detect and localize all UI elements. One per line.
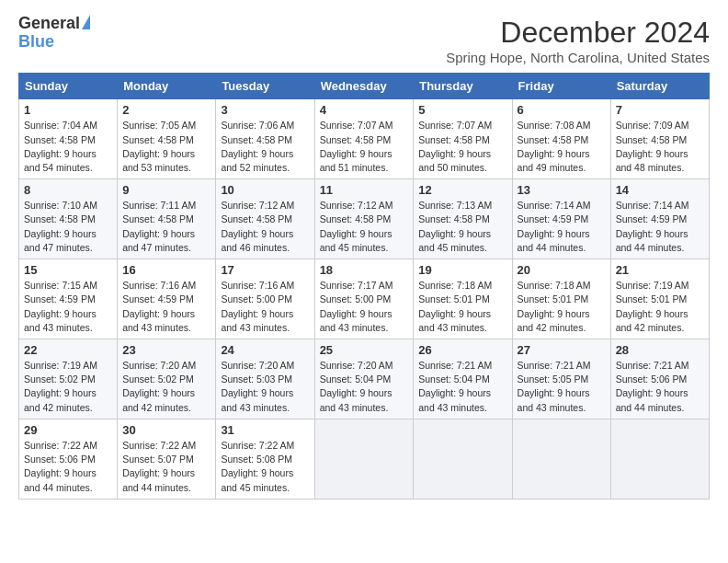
day-number: 1 — [24, 103, 112, 117]
day-info: Sunrise: 7:19 AMSunset: 5:02 PMDaylight:… — [24, 359, 112, 415]
day-number: 12 — [418, 183, 506, 197]
day-info: Sunrise: 7:20 AMSunset: 5:02 PMDaylight:… — [122, 359, 210, 415]
weekday-header-saturday: Saturday — [610, 74, 709, 99]
day-info: Sunrise: 7:16 AMSunset: 5:00 PMDaylight:… — [221, 279, 309, 335]
day-info: Sunrise: 7:20 AMSunset: 5:04 PMDaylight:… — [320, 359, 409, 415]
day-number: 8 — [24, 183, 112, 197]
day-number: 7 — [616, 103, 704, 117]
day-number: 16 — [122, 263, 210, 277]
weekday-header-friday: Friday — [512, 74, 610, 99]
day-cell-1: 1Sunrise: 7:04 AMSunset: 4:58 PMDaylight… — [19, 99, 118, 179]
day-info: Sunrise: 7:18 AMSunset: 5:01 PMDaylight:… — [418, 279, 506, 335]
weekday-header-thursday: Thursday — [414, 74, 512, 99]
empty-day-cell — [414, 419, 512, 499]
day-info: Sunrise: 7:21 AMSunset: 5:04 PMDaylight:… — [418, 359, 506, 415]
day-info: Sunrise: 7:17 AMSunset: 5:00 PMDaylight:… — [320, 279, 409, 335]
calendar-week-row: 15Sunrise: 7:15 AMSunset: 4:59 PMDayligh… — [19, 259, 710, 339]
day-info: Sunrise: 7:07 AMSunset: 4:58 PMDaylight:… — [418, 119, 506, 175]
day-cell-22: 22Sunrise: 7:19 AMSunset: 5:02 PMDayligh… — [19, 339, 118, 419]
day-info: Sunrise: 7:21 AMSunset: 5:06 PMDaylight:… — [616, 359, 704, 415]
day-cell-25: 25Sunrise: 7:20 AMSunset: 5:04 PMDayligh… — [314, 339, 414, 419]
day-number: 4 — [320, 103, 409, 117]
day-number: 26 — [418, 343, 506, 357]
day-number: 6 — [518, 103, 606, 117]
title-block: December 2024 Spring Hope, North Carolin… — [446, 15, 710, 65]
logo: General Blue — [18, 15, 90, 52]
day-info: Sunrise: 7:21 AMSunset: 5:05 PMDaylight:… — [518, 359, 606, 415]
calendar-week-row: 8Sunrise: 7:10 AMSunset: 4:58 PMDaylight… — [19, 179, 710, 259]
day-number: 3 — [221, 103, 309, 117]
day-number: 24 — [221, 343, 309, 357]
day-cell-14: 14Sunrise: 7:14 AMSunset: 4:59 PMDayligh… — [610, 179, 709, 259]
weekday-header-sunday: Sunday — [19, 74, 118, 99]
day-info: Sunrise: 7:11 AMSunset: 4:58 PMDaylight:… — [122, 199, 210, 255]
day-info: Sunrise: 7:10 AMSunset: 4:58 PMDaylight:… — [24, 199, 112, 255]
empty-day-cell — [314, 419, 414, 499]
month-title: December 2024 — [446, 15, 710, 50]
day-info: Sunrise: 7:09 AMSunset: 4:58 PMDaylight:… — [616, 119, 704, 175]
day-info: Sunrise: 7:18 AMSunset: 5:01 PMDaylight:… — [518, 279, 606, 335]
day-number: 11 — [320, 183, 409, 197]
day-cell-6: 6Sunrise: 7:08 AMSunset: 4:58 PMDaylight… — [512, 99, 610, 179]
logo-blue-text: Blue — [18, 33, 54, 52]
day-number: 28 — [616, 343, 704, 357]
calendar-table: SundayMondayTuesdayWednesdayThursdayFrid… — [18, 73, 710, 499]
weekday-header-wednesday: Wednesday — [314, 74, 414, 99]
day-cell-18: 18Sunrise: 7:17 AMSunset: 5:00 PMDayligh… — [314, 259, 414, 339]
day-number: 15 — [24, 263, 112, 277]
day-cell-23: 23Sunrise: 7:20 AMSunset: 5:02 PMDayligh… — [118, 339, 216, 419]
day-cell-19: 19Sunrise: 7:18 AMSunset: 5:01 PMDayligh… — [414, 259, 512, 339]
header: General Blue December 2024 Spring Hope, … — [18, 15, 710, 65]
day-info: Sunrise: 7:19 AMSunset: 5:01 PMDaylight:… — [616, 279, 704, 335]
day-info: Sunrise: 7:22 AMSunset: 5:06 PMDaylight:… — [24, 439, 112, 495]
day-cell-29: 29Sunrise: 7:22 AMSunset: 5:06 PMDayligh… — [19, 419, 118, 499]
day-cell-7: 7Sunrise: 7:09 AMSunset: 4:58 PMDaylight… — [610, 99, 709, 179]
day-info: Sunrise: 7:12 AMSunset: 4:58 PMDaylight:… — [221, 199, 309, 255]
day-number: 13 — [518, 183, 606, 197]
day-cell-5: 5Sunrise: 7:07 AMSunset: 4:58 PMDaylight… — [414, 99, 512, 179]
day-info: Sunrise: 7:04 AMSunset: 4:58 PMDaylight:… — [24, 119, 112, 175]
day-number: 19 — [418, 263, 506, 277]
day-cell-13: 13Sunrise: 7:14 AMSunset: 4:59 PMDayligh… — [512, 179, 610, 259]
day-cell-26: 26Sunrise: 7:21 AMSunset: 5:04 PMDayligh… — [414, 339, 512, 419]
day-number: 2 — [122, 103, 210, 117]
day-cell-16: 16Sunrise: 7:16 AMSunset: 4:59 PMDayligh… — [118, 259, 216, 339]
day-info: Sunrise: 7:06 AMSunset: 4:58 PMDaylight:… — [221, 119, 309, 175]
day-cell-8: 8Sunrise: 7:10 AMSunset: 4:58 PMDaylight… — [19, 179, 118, 259]
day-number: 29 — [24, 423, 112, 437]
day-info: Sunrise: 7:22 AMSunset: 5:08 PMDaylight:… — [221, 439, 309, 495]
day-cell-4: 4Sunrise: 7:07 AMSunset: 4:58 PMDaylight… — [314, 99, 414, 179]
day-cell-27: 27Sunrise: 7:21 AMSunset: 5:05 PMDayligh… — [512, 339, 610, 419]
day-info: Sunrise: 7:13 AMSunset: 4:58 PMDaylight:… — [418, 199, 506, 255]
day-number: 10 — [221, 183, 309, 197]
day-number: 30 — [122, 423, 210, 437]
day-cell-3: 3Sunrise: 7:06 AMSunset: 4:58 PMDaylight… — [216, 99, 314, 179]
empty-day-cell — [610, 419, 709, 499]
day-cell-17: 17Sunrise: 7:16 AMSunset: 5:00 PMDayligh… — [216, 259, 314, 339]
day-cell-28: 28Sunrise: 7:21 AMSunset: 5:06 PMDayligh… — [610, 339, 709, 419]
day-number: 21 — [616, 263, 704, 277]
day-number: 31 — [221, 423, 309, 437]
day-number: 22 — [24, 343, 112, 357]
day-info: Sunrise: 7:20 AMSunset: 5:03 PMDaylight:… — [221, 359, 309, 415]
day-cell-31: 31Sunrise: 7:22 AMSunset: 5:08 PMDayligh… — [216, 419, 314, 499]
day-info: Sunrise: 7:05 AMSunset: 4:58 PMDaylight:… — [122, 119, 210, 175]
day-number: 27 — [518, 343, 606, 357]
day-cell-12: 12Sunrise: 7:13 AMSunset: 4:58 PMDayligh… — [414, 179, 512, 259]
day-number: 17 — [221, 263, 309, 277]
day-number: 23 — [122, 343, 210, 357]
calendar-week-row: 1Sunrise: 7:04 AMSunset: 4:58 PMDaylight… — [19, 99, 710, 179]
weekday-header-monday: Monday — [118, 74, 216, 99]
day-cell-15: 15Sunrise: 7:15 AMSunset: 4:59 PMDayligh… — [19, 259, 118, 339]
day-number: 18 — [320, 263, 409, 277]
calendar-header-row: SundayMondayTuesdayWednesdayThursdayFrid… — [19, 74, 710, 99]
day-info: Sunrise: 7:14 AMSunset: 4:59 PMDaylight:… — [616, 199, 704, 255]
day-cell-2: 2Sunrise: 7:05 AMSunset: 4:58 PMDaylight… — [118, 99, 216, 179]
day-number: 25 — [320, 343, 409, 357]
day-info: Sunrise: 7:15 AMSunset: 4:59 PMDaylight:… — [24, 279, 112, 335]
day-number: 14 — [616, 183, 704, 197]
day-number: 9 — [122, 183, 210, 197]
day-number: 5 — [418, 103, 506, 117]
day-info: Sunrise: 7:12 AMSunset: 4:58 PMDaylight:… — [320, 199, 409, 255]
day-cell-11: 11Sunrise: 7:12 AMSunset: 4:58 PMDayligh… — [314, 179, 414, 259]
